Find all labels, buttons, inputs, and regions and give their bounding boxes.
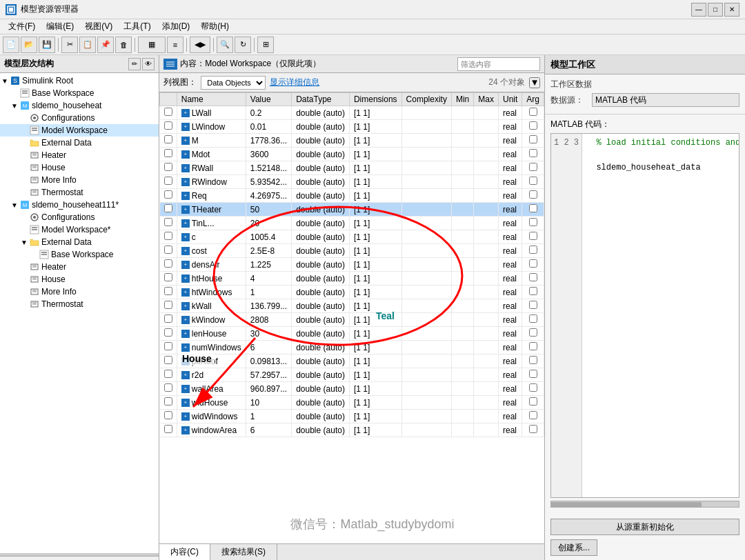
tree-item-simulink-root[interactable]: ▼SSimulink Root xyxy=(0,74,159,87)
row-checkbox[interactable] xyxy=(160,217,177,230)
row-arg-checkbox[interactable] xyxy=(522,354,544,368)
tree-item-thermostat[interactable]: Thermostat xyxy=(0,186,159,199)
table-row[interactable]: +M1778.36...double (auto)[1 1]real xyxy=(160,134,544,148)
row-arg-checkbox[interactable] xyxy=(522,148,544,161)
table-row[interactable]: +THeater50double (auto)[1 1]real xyxy=(160,203,544,217)
menu-item-f[interactable]: 文件(F) xyxy=(3,19,41,34)
tb-new-btn[interactable]: 📄 xyxy=(3,37,19,53)
tree-item-thermostat2[interactable]: Thermostat xyxy=(0,298,159,310)
tree-item-heater[interactable]: Heater xyxy=(0,149,159,161)
tree-item-base-workspace[interactable]: Base Workspace xyxy=(0,87,159,99)
row-arg-checkbox[interactable] xyxy=(522,341,544,354)
table-row[interactable]: +LWall0.2double (auto)[1 1]real xyxy=(160,106,544,120)
menu-item-v[interactable]: 视图(V) xyxy=(79,19,118,34)
row-arg-checkbox[interactable] xyxy=(522,327,544,341)
row-checkbox[interactable] xyxy=(160,161,177,175)
table-row[interactable]: +TinL...20double (auto)[1 1]real xyxy=(160,217,544,230)
tree-item-more-info2[interactable]: More Info xyxy=(0,286,159,298)
details-link[interactable]: 显示详细信息 xyxy=(270,77,319,88)
row-arg-checkbox[interactable] xyxy=(522,217,544,230)
table-row[interactable]: +kWindow2808double (auto)[1 1]real xyxy=(160,313,544,327)
col-header-max[interactable]: Max xyxy=(474,93,499,106)
row-checkbox[interactable] xyxy=(160,410,177,423)
table-row[interactable]: +widWindows1double (auto)[1 1]real xyxy=(160,410,544,423)
tb-nav-btn[interactable]: ◀▶ xyxy=(190,37,210,53)
row-checkbox[interactable] xyxy=(160,368,177,382)
table-row[interactable]: +htHouse4double (auto)[1 1]real xyxy=(160,272,544,286)
row-arg-checkbox[interactable] xyxy=(522,189,544,203)
left-view-icon[interactable]: 👁 xyxy=(142,58,155,70)
tree-item-model-workspace2[interactable]: Model Workspace* xyxy=(0,223,159,236)
tb-cut-btn[interactable]: ✂ xyxy=(61,37,78,53)
tb-open-btn[interactable]: 📂 xyxy=(21,37,37,53)
tb-view-btn[interactable]: ▦ xyxy=(138,37,166,53)
table-row[interactable]: +numWindows6double (auto)[1 1]real xyxy=(160,341,544,354)
table-row[interactable]: +wallArea960.897...double (auto)[1 1]rea… xyxy=(160,382,544,396)
row-arg-checkbox[interactable] xyxy=(522,120,544,134)
filter-icon[interactable]: ▼ xyxy=(529,77,540,88)
row-checkbox[interactable] xyxy=(160,382,177,396)
row-arg-checkbox[interactable] xyxy=(522,161,544,175)
menu-item-e[interactable]: 编辑(E) xyxy=(41,19,79,34)
tb-search-btn[interactable]: 🔍 xyxy=(217,37,233,53)
row-arg-checkbox[interactable] xyxy=(522,396,544,410)
col-header-dimensions[interactable]: Dimensions xyxy=(349,93,401,106)
table-row[interactable]: +htWindows1double (auto)[1 1]real xyxy=(160,286,544,299)
col-header-value[interactable]: Value xyxy=(246,93,291,106)
row-arg-checkbox[interactable] xyxy=(522,382,544,396)
row-arg-checkbox[interactable] xyxy=(522,175,544,189)
row-checkbox[interactable] xyxy=(160,354,177,368)
table-row[interactable]: +RWall1.52148...double (auto)[1 1]real xyxy=(160,161,544,175)
tree-item-sldemo-househeat111[interactable]: ▼Msldemo_househeat111* xyxy=(0,199,159,211)
tree-item-external-data[interactable]: External Data xyxy=(0,137,159,149)
row-checkbox[interactable] xyxy=(160,341,177,354)
table-row[interactable]: +RWindow5.93542...double (auto)[1 1]real xyxy=(160,175,544,189)
table-row[interactable]: +LWindow0.01double (auto)[1 1]real xyxy=(160,120,544,134)
row-checkbox[interactable] xyxy=(160,299,177,313)
row-checkbox[interactable] xyxy=(160,244,177,258)
row-arg-checkbox[interactable] xyxy=(522,258,544,272)
table-row[interactable]: +kWall136.799...double (auto)[1 1]real xyxy=(160,299,544,313)
row-checkbox[interactable] xyxy=(160,120,177,134)
tree-item-model-workspace[interactable]: Model Workspace xyxy=(0,124,159,137)
tb-list-btn[interactable]: ≡ xyxy=(167,37,183,53)
tb-refresh-btn[interactable]: ↻ xyxy=(235,37,251,53)
tb-layout-btn[interactable]: ⊞ xyxy=(257,37,274,53)
tree-item-more-info[interactable]: More Info xyxy=(0,174,159,186)
center-tab-1[interactable]: 搜索结果(S) xyxy=(210,544,277,560)
tree-item-external-data2[interactable]: ▼External Data xyxy=(0,236,159,248)
close-btn[interactable]: ✕ xyxy=(724,3,739,17)
create-btn[interactable]: 创建系... xyxy=(550,539,597,556)
row-checkbox[interactable] xyxy=(160,175,177,189)
col-header-unit[interactable]: Unit xyxy=(498,93,522,106)
row-checkbox[interactable] xyxy=(160,203,177,217)
row-checkbox[interactable] xyxy=(160,286,177,299)
row-checkbox[interactable] xyxy=(160,230,177,244)
row-arg-checkbox[interactable] xyxy=(522,423,544,437)
row-checkbox[interactable] xyxy=(160,148,177,161)
tb-delete-btn[interactable]: 🗑 xyxy=(115,37,132,53)
code-editor[interactable]: 1 2 3 % load initial conditions and phys… xyxy=(550,133,739,498)
row-arg-checkbox[interactable] xyxy=(522,230,544,244)
col-header-name[interactable]: Name xyxy=(177,93,246,106)
row-arg-checkbox[interactable] xyxy=(522,134,544,148)
row-arg-checkbox[interactable] xyxy=(522,106,544,120)
tree-item-house[interactable]: House xyxy=(0,161,159,174)
tree-item-configurations[interactable]: Configurations xyxy=(0,112,159,124)
search-input[interactable] xyxy=(457,57,540,71)
row-checkbox[interactable] xyxy=(160,189,177,203)
row-checkbox[interactable] xyxy=(160,327,177,341)
table-row[interactable]: +Mdot3600double (auto)[1 1]real xyxy=(160,148,544,161)
center-tab-0[interactable]: 内容(C) xyxy=(159,544,210,560)
row-checkbox[interactable] xyxy=(160,396,177,410)
row-checkbox[interactable] xyxy=(160,258,177,272)
col-header-arg[interactable]: Arg xyxy=(522,93,544,106)
code-content[interactable]: % load initial conditions and physi slde… xyxy=(582,134,739,497)
col-header-datatype[interactable]: DataType xyxy=(292,93,350,106)
row-checkbox[interactable] xyxy=(160,423,177,437)
row-arg-checkbox[interactable] xyxy=(522,410,544,423)
code-scrollbar[interactable] xyxy=(550,501,739,508)
table-row[interactable]: +densAir1.225double (auto)[1 1]real xyxy=(160,258,544,272)
col-header-complexity[interactable]: Complexity xyxy=(401,93,451,106)
row-arg-checkbox[interactable] xyxy=(522,203,544,217)
